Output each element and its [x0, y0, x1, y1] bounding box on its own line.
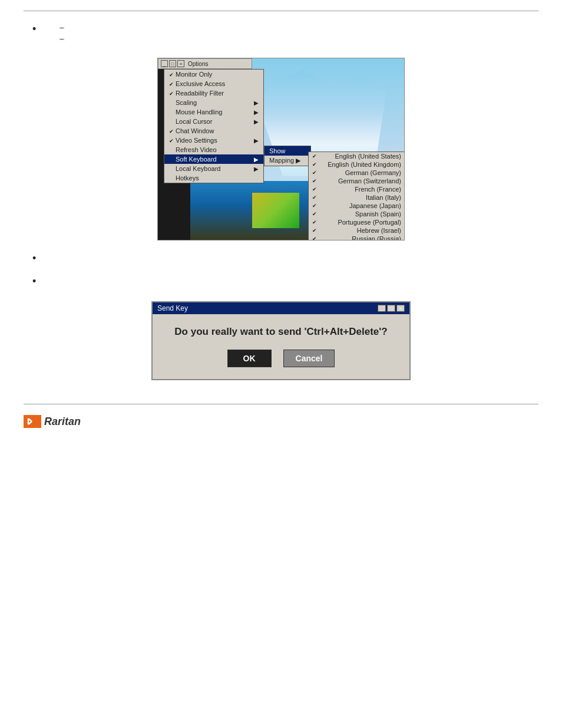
dash-item-2: – — [59, 34, 68, 43]
dialog-close-btn[interactable]: × — [396, 305, 405, 312]
menu-item-refresh-video[interactable]: ✔Refresh Video — [164, 145, 263, 154]
options-menu[interactable]: ✔Monitor Only ✔Exclusive Access ✔Readabi… — [164, 69, 264, 183]
menu-item-chat-window[interactable]: ✔Chat Window — [164, 126, 263, 136]
restore-btn[interactable]: □ — [169, 60, 176, 67]
bullet-section-1: • – – — [32, 23, 530, 49]
dialog-buttons: OK Cancel — [170, 350, 392, 367]
menu-item-exclusive-access[interactable]: ✔Exclusive Access — [164, 79, 263, 88]
menu-item-scaling[interactable]: ✔Scaling ▶ — [164, 98, 263, 107]
screenshot-1-box: _ □ × Options ✔Monitor Only ✔Exclusive A… — [157, 58, 405, 241]
menu-item-hotkeys[interactable]: ✔Hotkeys — [164, 173, 263, 183]
submenu-show-item[interactable]: Show — [265, 146, 310, 156]
dialog-title: Send Key — [157, 304, 188, 312]
bullet-section-3: • — [32, 275, 530, 292]
screenshot-1-container: _ □ × Options ✔Monitor Only ✔Exclusive A… — [32, 58, 530, 241]
lang-german-de[interactable]: ✔German (Germany) — [309, 169, 405, 177]
menu-item-mouse[interactable]: ✔Mouse Handling ▶ — [164, 107, 263, 117]
dialog-content: Do you really want to send 'Ctrl+Alt+Del… — [153, 314, 409, 379]
submenu-language[interactable]: ✔English (United States) ✔English (Unite… — [308, 151, 405, 241]
dash-item-1: – — [59, 23, 68, 32]
lang-spanish[interactable]: ✔Spanish (Spain) — [309, 210, 405, 218]
raritan-logo-icon — [24, 415, 41, 428]
bg-colorblock — [252, 193, 299, 228]
lang-french[interactable]: ✔French (France) — [309, 185, 405, 193]
close-btn[interactable]: × — [177, 60, 184, 67]
lang-russian[interactable]: ✔Russian (Russia) — [309, 235, 405, 241]
bottom-rule — [24, 404, 538, 404]
footer: Raritan — [0, 410, 562, 433]
dialog-minimize-btn[interactable]: _ — [378, 305, 386, 312]
lang-hebrew[interactable]: ✔Hebrew (Israel) — [309, 226, 405, 235]
lang-german-ch[interactable]: ✔German (Switzerland) — [309, 177, 405, 185]
bullet-dot-1: • — [32, 22, 36, 37]
bullet-dot-3: • — [32, 274, 36, 289]
bullet-section-2: • — [32, 252, 530, 269]
cancel-button[interactable]: Cancel — [283, 350, 335, 367]
dialog-restore-btn[interactable]: □ — [387, 305, 395, 312]
lang-japanese[interactable]: ✔Japanese (Japan) — [309, 202, 405, 210]
raritan-logo: Raritan — [24, 415, 81, 428]
options-label: Options — [188, 61, 208, 67]
lang-portuguese[interactable]: ✔Portuguese (Portugal) — [309, 218, 405, 226]
lang-italian[interactable]: ✔Italian (Italy) — [309, 193, 405, 202]
minimize-btn[interactable]: _ — [161, 60, 168, 67]
win-titlebar: _ □ × Options — [158, 58, 252, 69]
dialog-message: Do you really want to send 'Ctrl+Alt+Del… — [170, 326, 392, 338]
menu-item-readability[interactable]: ✔Readability Filter — [164, 88, 263, 98]
menu-item-soft-keyboard[interactable]: ✔Soft Keyboard ▶ — [164, 154, 263, 164]
menu-item-monitor-only[interactable]: ✔Monitor Only — [164, 70, 263, 79]
screenshot-2-container: Send Key _ □ × Do you really want to sen… — [32, 301, 530, 380]
dialog-titlebar-buttons: _ □ × — [378, 305, 405, 312]
lang-english-us[interactable]: ✔English (United States) — [309, 152, 405, 160]
ok-button[interactable]: OK — [227, 350, 272, 367]
submenu-show-mapping[interactable]: Show Mapping ▶ — [264, 146, 311, 166]
menu-item-video-settings[interactable]: ✔Video Settings ▶ — [164, 136, 263, 145]
dialog-titlebar: Send Key _ □ × — [153, 302, 409, 314]
raritan-logo-text: Raritan — [44, 416, 81, 428]
send-key-dialog: Send Key _ □ × Do you really want to sen… — [151, 301, 411, 380]
menu-item-local-cursor[interactable]: ✔Local Cursor ▶ — [164, 117, 263, 126]
lang-english-uk[interactable]: ✔English (United Kingdom) — [309, 160, 405, 169]
menu-item-local-keyboard[interactable]: ✔Local Keyboard ▶ — [164, 164, 263, 173]
bullet-dot-2: • — [32, 251, 36, 266]
submenu-mapping-item[interactable]: Mapping ▶ — [265, 156, 310, 166]
